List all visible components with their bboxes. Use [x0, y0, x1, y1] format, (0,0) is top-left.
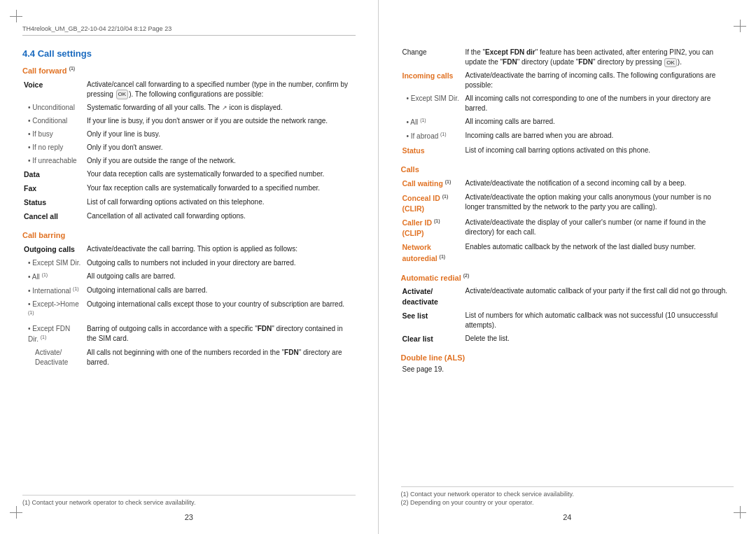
except-sim-desc: Outgoing calls to numbers not included i…	[85, 257, 356, 270]
term-data: Data	[24, 170, 40, 178]
cancel-all-desc: Cancellation of all activated call forwa…	[85, 210, 356, 224]
calls-subsection-title: Calls	[401, 165, 734, 174]
footnote-right: (1) Contact your network operator to che…	[401, 486, 734, 506]
term-activate-deactivate: Activate/deactivate	[402, 287, 438, 306]
book-spread: TH4relook_UM_GB_22-10-04 22/10/04 8:12 P…	[0, 0, 756, 534]
table-row: • If no reply Only if you don't answer.	[22, 141, 356, 155]
term-clear-list: Clear list	[402, 335, 433, 343]
caller-id-desc: Activate/deactivate the display of your …	[464, 216, 734, 241]
bullet-if-no-reply: • If no reply	[22, 141, 85, 155]
bullet-international: • International (1)	[22, 284, 85, 298]
if-busy-desc: Only if your line is busy.	[85, 128, 356, 141]
call-barring-title: Call barring	[22, 231, 356, 239]
change-desc: If the "Except FDN dir" feature has been…	[464, 46, 734, 69]
if-abroad-desc: Incoming calls are barred when you are a…	[464, 129, 734, 143]
page-number-left: 23	[0, 513, 378, 521]
fax-desc: Your fax reception calls are systematica…	[85, 182, 356, 196]
call-barring-table: Outgoing calls Activate/deactivate the c…	[22, 243, 356, 370]
table-row: • Unconditional Systematic forwarding of…	[22, 101, 356, 115]
table-row: Status List of call forwarding options a…	[22, 196, 356, 210]
table-row: • If abroad (1) Incoming calls are barre…	[401, 129, 734, 143]
except-sim-right-desc: All incoming calls not corresponding to …	[464, 92, 734, 115]
call-forward-sup: (1)	[69, 66, 76, 71]
footnote-right-2: (2) Depending on your country or your op…	[401, 499, 734, 506]
clear-list-desc: Delete the list.	[464, 332, 734, 346]
table-row: • Except->Home (1) Outgoing internationa…	[22, 298, 356, 322]
table-row: See list List of numbers for which autom…	[401, 309, 734, 332]
bullet-if-abroad: • If abroad (1)	[401, 129, 464, 143]
term-voice: Voice	[24, 80, 43, 89]
if-unreachable-desc: Only if you are outside the range of the…	[85, 155, 356, 168]
table-row: Outgoing calls Activate/deactivate the c…	[22, 243, 356, 257]
table-row: Activate/Deactivate All calls not beginn…	[22, 346, 356, 370]
unconditional-desc: Systematic forwarding of all your calls.…	[85, 101, 356, 115]
term-call-waiting: Call waiting (1)	[402, 179, 451, 188]
table-row: Incoming calls Activate/deactivate the b…	[401, 69, 734, 92]
section-title: 4.4 Call settings	[22, 48, 356, 59]
table-row: Cancel all Cancellation of all activated…	[22, 210, 356, 224]
incoming-calls-desc: Activate/deactivate the barring of incom…	[464, 69, 734, 92]
term-status: Status	[24, 198, 46, 206]
table-row: Clear list Delete the list.	[401, 332, 734, 346]
table-row: Data Your data reception calls are syste…	[22, 168, 356, 182]
voice-desc: Activate/cancel call forwarding to a spe…	[85, 78, 356, 101]
data-desc: Your data reception calls are systematic…	[85, 168, 356, 182]
ok-icon-right: OK	[664, 58, 677, 67]
phone-forward-icon: ↗	[222, 104, 227, 113]
if-no-reply-desc: Only if you don't answer.	[85, 141, 356, 155]
change-label: Change	[401, 46, 464, 69]
bullet-all: • All (1)	[22, 270, 85, 284]
table-row: • If unreachable Only if you are outside…	[22, 155, 356, 168]
call-waiting-desc: Activate/deactivate the notification of …	[464, 177, 734, 192]
table-row: Activate/deactivate Activate/deactivate …	[401, 285, 734, 309]
outgoing-calls-desc: Activate/deactivate the call barring. Th…	[85, 243, 356, 257]
activate-deactivate-label: Activate/Deactivate	[22, 346, 85, 370]
all-desc: All outgoing calls are barred.	[85, 270, 356, 284]
term-cancel-all: Cancel all	[24, 212, 58, 220]
autoredial-subsection-title: Automatic redial (2)	[401, 273, 734, 282]
status-desc: List of call forwarding options activate…	[85, 196, 356, 210]
bullet-all-right: • All (1)	[401, 115, 464, 129]
see-list-desc: List of numbers for which automatic call…	[464, 309, 734, 332]
term-caller-id: Caller ID (1)(CLIP)	[402, 218, 440, 237]
term-outgoing-calls: Outgoing calls	[24, 245, 75, 253]
table-row: • All (1) All incoming calls are barred.	[401, 115, 734, 129]
page-number-right: 24	[379, 513, 757, 521]
table-row: Conceal ID (1)(CLIR) Activate/deactivate…	[401, 191, 734, 216]
status-right-desc: List of incoming call barring options ac…	[464, 144, 734, 158]
all-right-desc: All incoming calls are barred.	[464, 115, 734, 129]
bullet-if-unreachable: • If unreachable	[22, 155, 85, 168]
table-row: • Conditional If your line is busy, if y…	[22, 115, 356, 128]
table-row: Networkautoredial (1) Enables automatic …	[401, 241, 734, 266]
except-fdn-desc: Barring of outgoing calls in accordance …	[85, 323, 356, 346]
crosshair-top-left	[10, 10, 22, 22]
footnote-right-1: (1) Contact your network operator to che…	[401, 491, 734, 498]
table-row: Change If the "Except FDN dir" feature h…	[401, 46, 734, 69]
table-row: • All (1) All outgoing calls are barred.	[22, 270, 356, 284]
right-top-table: Change If the "Except FDN dir" feature h…	[401, 46, 734, 158]
network-autoredial-desc: Enables automatic callback by the networ…	[464, 241, 734, 266]
calls-table: Call waiting (1) Activate/deactivate the…	[401, 177, 734, 266]
table-row: Fax Your fax reception calls are systema…	[22, 182, 356, 196]
crosshair-bottom-right	[734, 506, 746, 519]
autoredial-table: Activate/deactivate Activate/deactivate …	[401, 285, 734, 346]
bullet-except-home: • Except->Home (1)	[22, 298, 85, 322]
activate-deactivate-autoredial-desc: Activate/deactivate automatic callback o…	[464, 285, 734, 309]
table-row: • Except FDN Dir. (1) Barring of outgoin…	[22, 323, 356, 346]
conceal-id-desc: Activate/deactivate the option making yo…	[464, 191, 734, 216]
term-status-right: Status	[402, 146, 425, 155]
table-row: • Except SIM Dir. All incoming calls not…	[401, 92, 734, 115]
international-desc: Outgoing international calls are barred.	[85, 284, 356, 298]
bullet-except-sim: • Except SIM Dir.	[22, 257, 85, 270]
crosshair-bottom-left	[10, 506, 22, 519]
term-fax: Fax	[24, 184, 36, 192]
term-see-list: See list	[402, 311, 428, 320]
call-forward-table: Voice Activate/cancel call forwarding to…	[22, 78, 356, 224]
call-forward-title: Call forward (1)	[22, 66, 356, 75]
page-header-left: TH4relook_UM_GB_22-10-04 22/10/04 8:12 P…	[22, 25, 356, 36]
table-row: • International (1) Outgoing internation…	[22, 284, 356, 298]
double-line-title: Double line (ALS)	[401, 353, 734, 362]
bullet-unconditional: • Unconditional	[22, 101, 85, 115]
footnote-left: (1) Contact your network operator to che…	[22, 495, 356, 506]
table-row: Call waiting (1) Activate/deactivate the…	[401, 177, 734, 192]
